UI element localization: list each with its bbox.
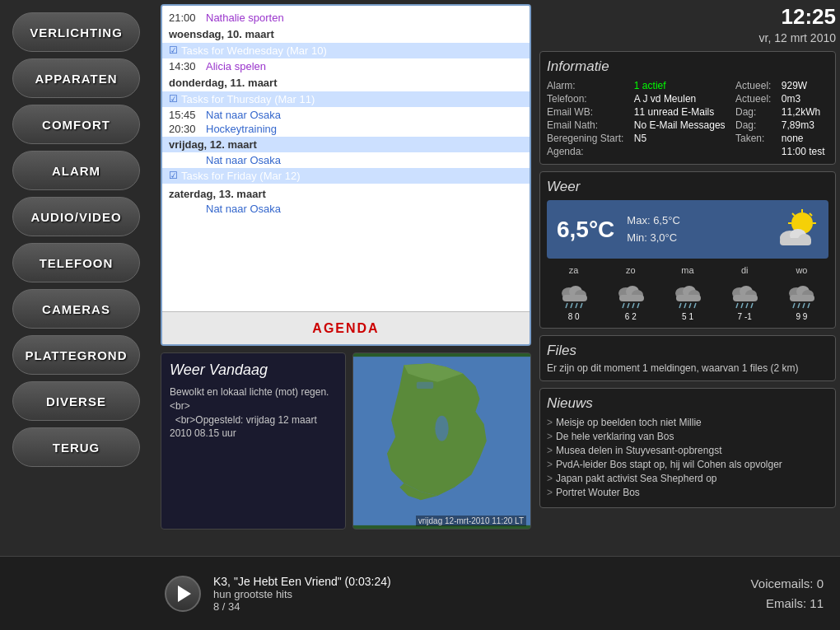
rain-cloud-icon — [785, 280, 818, 309]
weather-section-title: Weer — [547, 179, 828, 195]
svg-rect-8 — [417, 382, 433, 389]
news-arrow: > — [547, 417, 553, 428]
info-val-actueel2: 0m3 — [782, 93, 828, 105]
map-panel: vrijdag 12-mrt-2010 11:20 LT — [352, 352, 531, 530]
calendar-plain-item: Nat naar Osaka — [169, 203, 523, 215]
forecast-temps: 8 0 — [547, 312, 600, 321]
svg-line-14 — [792, 213, 795, 216]
news-arrow: > — [547, 431, 553, 442]
info-label-agenda: Agenda: — [547, 146, 628, 157]
info-val-agenda2: 11:00 test — [782, 146, 828, 157]
info-label-dag2: Dag: — [735, 119, 775, 131]
calendar-day-header: woensdag, 10. maart — [169, 28, 523, 40]
news-arrow: > — [547, 459, 553, 470]
news-arrow: > — [547, 487, 553, 498]
sidebar-item-telefoon[interactable]: TELEFOON — [12, 243, 140, 282]
bottom-bar: K3, "Je Hebt Een Vriend" (0:03:24) hun g… — [0, 556, 840, 630]
news-item[interactable]: >Portret Wouter Bos — [547, 487, 828, 498]
forecast-temps: 9 9 — [775, 312, 828, 321]
info-label-actueel1: Actueel: — [735, 80, 775, 91]
agenda-button[interactable]: AGENDA — [312, 321, 379, 336]
news-item[interactable]: >Musea delen in Stuyvesant-opbrengst — [547, 445, 828, 456]
rain-cloud-icon — [614, 280, 647, 309]
calendar-task-item: ☑Tasks for Friday (Mar 12) — [162, 168, 530, 184]
max-val: 6,5°C — [653, 214, 680, 226]
sidebar-item-apparaten[interactable]: APPARATEN — [12, 58, 140, 98]
info-grid: Alarm: 1 actief Actueel: 929W Telefoon: … — [547, 80, 828, 157]
svg-line-50 — [746, 303, 748, 308]
info-val-alarm: 1 actief — [634, 80, 729, 91]
svg-line-32 — [623, 303, 624, 308]
svg-line-40 — [679, 303, 681, 308]
play-icon — [178, 586, 191, 602]
sidebar-item-cameras[interactable]: CAMERAS — [12, 289, 140, 329]
sidebar-item-verlichting[interactable]: VERLICHTING — [12, 12, 140, 52]
music-artist: K3, — [213, 575, 231, 588]
info-val-dag2: 7,89m3 — [782, 119, 828, 131]
calendar-day-header: donderdag, 11. maart — [169, 77, 523, 89]
info-title: Informatie — [547, 58, 828, 75]
svg-line-15 — [810, 213, 812, 216]
sidebar-item-alarm[interactable]: ALARM — [12, 151, 140, 190]
forecast-row: za 8 0 zo 6 2 ma — [547, 265, 828, 321]
main-content: 21:00Nathalie sportenwoensdag, 10. maart… — [161, 4, 531, 556]
play-button[interactable] — [165, 576, 201, 612]
music-song: "Je Hebt Een Vriend" (0:03:24) — [234, 575, 391, 588]
calendar-plain-item: Nat naar Osaka — [169, 154, 523, 166]
email-count: 11 — [810, 596, 824, 610]
music-info: K3, "Je Hebt Een Vriend" (0:03:24) hun g… — [213, 575, 391, 613]
calendar-inner[interactable]: 21:00Nathalie sportenwoensdag, 10. maart… — [162, 6, 530, 311]
sidebar-item-terug[interactable]: TERUG — [12, 427, 140, 467]
current-weather: 6,5°C Max: 6,5°C Min: 3,0°C — [547, 200, 828, 259]
svg-line-35 — [637, 303, 639, 308]
svg-rect-23 — [562, 295, 587, 301]
music-title: K3, "Je Hebt Een Vriend" (0:03:24) — [213, 575, 391, 588]
svg-rect-31 — [619, 295, 644, 301]
news-arrow: > — [547, 473, 553, 484]
voicemail-label: Voicemails: — [751, 576, 814, 590]
svg-line-59 — [808, 303, 810, 308]
svg-line-26 — [576, 303, 577, 308]
voicemail-count: 0 — [817, 576, 824, 590]
info-val-actueel1: 929W — [782, 80, 828, 91]
forecast-day-name: zo — [604, 265, 657, 275]
info-label-dag1: Dag: — [735, 106, 775, 118]
forecast-day: zo 6 2 — [604, 265, 657, 321]
sidebar-item-diverse[interactable]: DIVERSE — [12, 381, 140, 421]
sidebar-item-audiovideo[interactable]: AUDIO/VIDEO — [12, 197, 140, 236]
forecast-temps: 7 -1 — [718, 312, 772, 321]
news-item[interactable]: >Japan pakt activist Sea Shepherd op — [547, 473, 828, 484]
svg-line-41 — [684, 303, 686, 308]
news-item[interactable]: >Meisje op beelden toch niet Millie — [547, 417, 828, 428]
news-item[interactable]: >De hele verklaring van Bos — [547, 431, 828, 442]
rain-cloud-icon — [558, 280, 590, 309]
music-track: 8 / 34 — [213, 600, 391, 613]
temp-range: Max: 6,5°C Min: 3,0°C — [627, 212, 679, 247]
svg-line-57 — [798, 303, 800, 308]
current-temp: 6,5°C — [557, 217, 614, 243]
email-label: Emails: — [766, 596, 806, 610]
rain-cloud-icon — [728, 280, 761, 309]
info-val-dag1: 11,2kWh — [782, 106, 828, 118]
forecast-day: di 7 -1 — [718, 265, 772, 321]
sidebar-item-plattegrond[interactable]: PLATTEGROND — [12, 335, 140, 375]
info-label-emailwb: Email WB: — [547, 106, 628, 118]
forecast-day: wo 9 9 — [775, 265, 828, 321]
forecast-day: ma 5 1 — [660, 265, 714, 321]
svg-line-42 — [689, 303, 691, 308]
agenda-bar: AGENDA — [162, 311, 530, 344]
svg-line-56 — [793, 303, 795, 308]
bottom-panels: Weer Vandaag Bewolkt en lokaal lichte (m… — [161, 352, 531, 530]
sidebar-item-comfort[interactable]: COMFORT — [12, 105, 140, 144]
music-album: hun grootste hits — [213, 588, 391, 600]
svg-line-51 — [751, 303, 753, 308]
svg-point-7 — [435, 416, 448, 441]
news-item[interactable]: >PvdA-leider Bos stapt op, hij wil Cohen… — [547, 459, 828, 470]
info-val-emailnath: No E-Mail Messages — [634, 119, 729, 131]
info-label-agenda2 — [735, 146, 775, 157]
calendar-timed-item: 21:00Nathalie sporten — [169, 12, 523, 24]
max-label: Max: — [627, 214, 650, 226]
svg-rect-55 — [790, 295, 814, 301]
files-section: Files Er zijn op dit moment 1 meldingen,… — [539, 335, 836, 381]
forecast-day-name: wo — [775, 265, 828, 275]
